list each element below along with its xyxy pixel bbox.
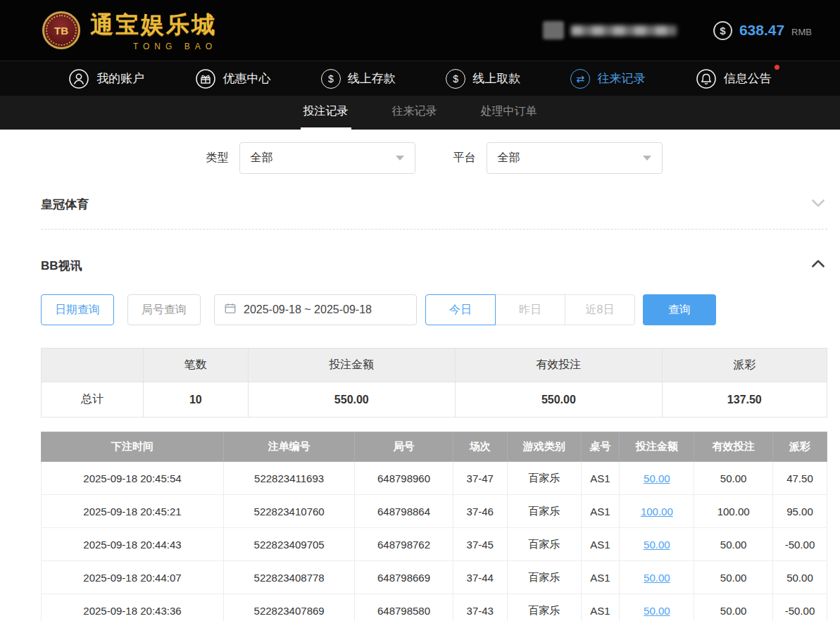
record-subtabs: 投注记录 往来记录 处理中订单	[0, 96, 840, 130]
round-id: 648798762	[355, 528, 453, 561]
nav-item-deposit[interactable]: $ 线上存款	[321, 69, 396, 89]
nav-label: 信息公告	[724, 70, 772, 87]
session: 37-47	[453, 462, 507, 495]
bet-table-header-row: 下注时间 注单编号 局号 场次 游戏类别 桌号 投注金额 有效投注 派彩	[42, 432, 827, 462]
date-query-button[interactable]: 日期查询	[41, 294, 114, 325]
round-query-button[interactable]: 局号查询	[127, 294, 201, 325]
main-navigation: 我的账户 优惠中心 $ 线上存款 $ 线上取款 ⇄ 往来记录 信息公告	[0, 61, 840, 96]
col-header-bet-id: 注单编号	[223, 432, 354, 462]
date-range-value: 2025-09-18 ~ 2025-09-18	[244, 303, 372, 316]
yesterday-button[interactable]: 昨日	[495, 294, 565, 325]
valid-bet: 50.00	[694, 528, 773, 561]
avatar	[543, 21, 564, 39]
nav-item-my-account[interactable]: 我的账户	[68, 68, 144, 89]
session: 37-44	[453, 561, 507, 594]
section-crown-sports[interactable]: 皇冠体育	[41, 194, 827, 215]
balance-currency: RMB	[791, 27, 812, 37]
bet-amount-link[interactable]: 50.00	[644, 605, 670, 617]
summary-bet-value: 550.00	[248, 382, 456, 418]
announcement-bell-icon	[696, 68, 717, 89]
balance[interactable]: $ 638.47 RMB	[713, 21, 812, 40]
col-header-table-id: 桌号	[581, 432, 620, 462]
bet-time: 2025-09-18 20:44:07	[42, 561, 224, 594]
valid-bet: 50.00	[694, 462, 773, 495]
type-select-value: 全部	[251, 151, 273, 165]
section-title-bb-live: BB视讯	[41, 258, 82, 274]
valid-bet: 50.00	[694, 594, 773, 621]
last-8-days-button[interactable]: 近8日	[565, 294, 635, 325]
search-button[interactable]: 查询	[643, 294, 716, 325]
deposit-coin-icon: $	[321, 69, 341, 89]
section-bb-live[interactable]: BB视讯	[41, 255, 827, 276]
summary-count-value: 10	[144, 382, 248, 418]
nav-label: 往来记录	[597, 70, 645, 87]
summary-valid-value: 550.00	[456, 382, 663, 418]
round-id: 648798864	[355, 495, 453, 528]
chevron-up-icon[interactable]	[809, 255, 827, 276]
username-redacted[interactable]	[543, 21, 677, 39]
dollar-coin-icon: $	[713, 21, 732, 40]
nav-label: 我的账户	[96, 70, 144, 87]
payout: 47.50	[772, 462, 827, 495]
payout: -50.00	[772, 528, 827, 561]
logo-subtitle: TONG BAO	[90, 42, 217, 51]
summary-header-bet: 投注金额	[248, 349, 456, 382]
table-id: AS1	[581, 462, 620, 495]
bet-time: 2025-09-18 20:43:36	[42, 594, 224, 621]
bet-amount-link[interactable]: 50.00	[644, 472, 670, 484]
table-id: AS1	[581, 561, 620, 594]
query-toolbar: 日期查询 局号查询 2025-09-18 ~ 2025-09-18 今日 昨日 …	[41, 294, 827, 325]
tab-processing-orders[interactable]: 处理中订单	[478, 96, 540, 130]
nav-item-transaction-records[interactable]: ⇄ 往来记录	[570, 69, 645, 89]
main-content: 类型 全部 平台 全部 皇冠体育 BB视讯 日期查询 局号查询	[0, 130, 840, 621]
nav-label: 优惠中心	[223, 70, 271, 87]
summary-header-payout: 派彩	[662, 349, 827, 382]
col-header-game-type: 游戏类别	[507, 432, 581, 462]
bet-amount-link[interactable]: 100.00	[641, 506, 673, 518]
session: 37-45	[453, 528, 507, 561]
game-type: 百家乐	[507, 495, 581, 528]
bet-id: 522823410760	[223, 495, 354, 528]
session: 37-46	[453, 495, 507, 528]
chevron-down-icon	[643, 156, 651, 161]
summary-header-valid: 有效投注	[456, 349, 663, 382]
site-logo[interactable]: TB 通宝娱乐城 TONG BAO	[42, 9, 217, 51]
col-header-valid-bet: 有效投注	[694, 432, 773, 462]
bet-amount-link[interactable]: 50.00	[644, 572, 670, 584]
game-type: 百家乐	[507, 462, 581, 495]
round-id: 648798580	[355, 594, 453, 621]
summary-header-row: 笔数 投注金额 有效投注 派彩	[42, 349, 827, 382]
platform-select[interactable]: 全部	[487, 142, 663, 174]
game-type: 百家乐	[507, 594, 581, 621]
summary-header-empty	[42, 349, 144, 382]
nav-item-withdraw[interactable]: $ 线上取款	[446, 69, 520, 89]
chevron-down-icon	[396, 156, 404, 161]
withdraw-coin-icon: $	[446, 69, 465, 89]
table-id: AS1	[581, 495, 620, 528]
top-header: TB 通宝娱乐城 TONG BAO $ 638.47 RMB	[0, 0, 840, 61]
tab-transaction-records[interactable]: 往来记录	[389, 96, 440, 130]
col-header-round-id: 局号	[355, 432, 453, 462]
type-filter-label: 类型	[206, 151, 229, 165]
user-icon	[68, 68, 89, 89]
notification-badge-dot	[775, 65, 779, 70]
nav-item-promotions[interactable]: 优惠中心	[195, 68, 271, 89]
summary-total-label: 总计	[42, 382, 144, 418]
bet-amount-link[interactable]: 50.00	[644, 539, 670, 551]
payout: 50.00	[772, 561, 827, 594]
col-header-payout: 派彩	[772, 432, 827, 462]
tab-bet-records[interactable]: 投注记录	[301, 96, 351, 130]
today-button[interactable]: 今日	[425, 294, 496, 325]
calendar-icon	[224, 302, 237, 318]
gift-icon	[195, 68, 216, 89]
type-select[interactable]: 全部	[239, 142, 415, 174]
filter-row: 类型 全部 平台 全部	[41, 142, 827, 174]
chevron-down-icon[interactable]	[809, 194, 827, 215]
date-range-input[interactable]: 2025-09-18 ~ 2025-09-18	[214, 294, 417, 325]
nav-item-announcements[interactable]: 信息公告	[696, 68, 772, 89]
logo-chip-icon: TB	[42, 11, 80, 49]
nav-label: 线上存款	[348, 70, 396, 87]
table-row: 2025-09-18 20:43:36 522823407869 6487985…	[42, 594, 827, 621]
section-title-crown-sports: 皇冠体育	[41, 196, 89, 213]
quick-date-group: 今日 昨日 近8日	[425, 294, 635, 325]
